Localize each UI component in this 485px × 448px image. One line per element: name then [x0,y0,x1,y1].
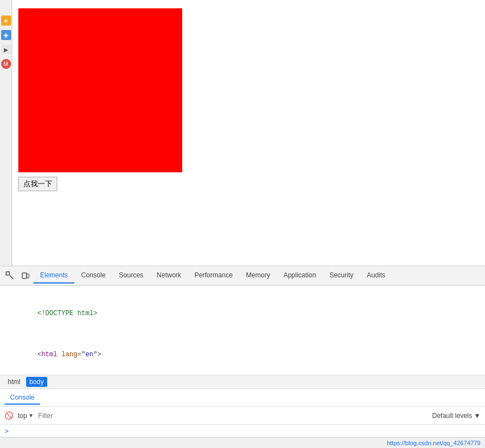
status-url: https://blog.csdn.net/qq_42674779 [387,440,481,446]
breadcrumb-body[interactable]: body [26,377,47,387]
devtools-elements-content: <!DOCTYPE html> <html lang="en"> ▶ <head… [0,286,485,375]
devtools-tabbar: Elements Console Sources Network Perform… [0,266,485,286]
prompt-arrow: > [4,427,9,435]
tab-sources[interactable]: Sources [112,268,150,283]
default-levels-label: Default levels ▼ [432,412,481,420]
tab-security[interactable]: Security [323,268,360,283]
breadcrumb-html[interactable]: html [4,377,24,387]
svg-rect-1 [22,273,27,278]
extension1-icon[interactable]: ▶ [1,44,11,54]
no-errors-icon[interactable]: 🚫 [4,411,13,420]
tab-memory[interactable]: Memory [239,268,277,283]
code-line-html[interactable]: <html lang="en"> [0,329,485,370]
device-toolbar-button[interactable] [18,268,33,283]
inspect-element-button[interactable] [2,268,18,283]
star-icon[interactable]: ★ [1,16,11,26]
breadcrumb-bar: html body [0,375,485,389]
tab-audits[interactable]: Audits [360,268,392,283]
frame-dropdown-arrow: ▼ [28,412,34,419]
red-box [18,8,182,172]
console-prompt[interactable]: > [0,425,485,437]
svg-rect-0 [6,272,9,275]
status-bar: https://blog.csdn.net/qq_42674779 [0,437,485,448]
browser-viewport: ★ ◈ ▶ M 点我一下 [0,0,485,266]
frame-selector[interactable]: top ▼ [18,412,34,420]
svg-rect-2 [27,274,29,278]
frame-label: top [18,412,27,420]
extension2-icon[interactable]: M [1,59,11,69]
console-tab[interactable]: Console [4,391,40,405]
filter-input[interactable] [38,412,428,420]
click-button[interactable]: 点我一下 [18,177,57,191]
bookmark-icon[interactable]: ◈ [1,30,11,40]
tab-network[interactable]: Network [150,268,188,283]
tab-performance[interactable]: Performance [188,268,239,283]
expand-arrow [37,340,44,350]
code-line-doctype[interactable]: <!DOCTYPE html> [0,288,485,329]
tab-elements[interactable]: Elements [33,268,74,283]
browser-sidebar: ★ ◈ ▶ M [0,0,12,266]
code-line-head[interactable]: ▶ <head>…</head> [0,370,485,375]
tab-application[interactable]: Application [277,268,323,283]
default-levels-dropdown[interactable]: Default levels ▼ [432,412,481,420]
console-input-bar: 🚫 top ▼ Default levels ▼ [0,407,485,425]
tab-console[interactable]: Console [74,268,112,283]
devtools-panel: Elements Console Sources Network Perform… [0,266,485,448]
console-tabbar: Console [0,389,485,407]
expand-arrow [37,298,44,308]
